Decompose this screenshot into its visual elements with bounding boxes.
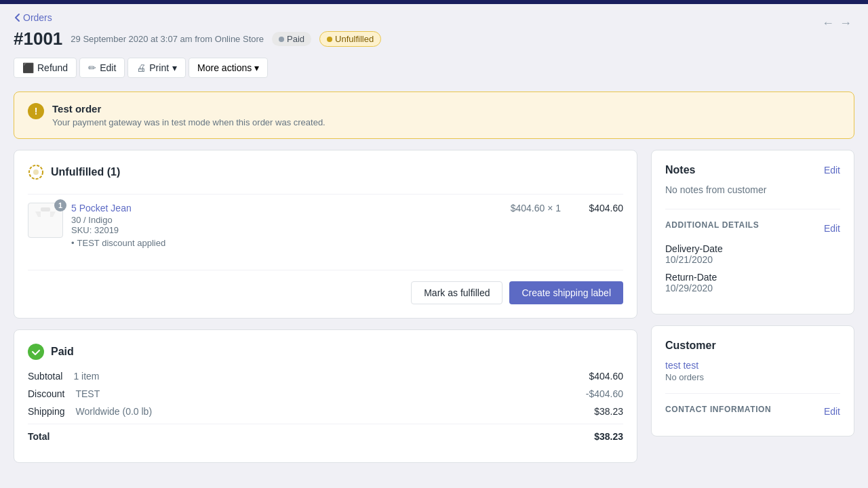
refund-button[interactable]: ⬛ Refund xyxy=(14,58,77,78)
paid-badge: Paid xyxy=(272,32,311,46)
svg-point-1 xyxy=(33,169,39,175)
discount-text: TEST discount applied xyxy=(77,238,166,248)
notes-header: Notes Edit xyxy=(665,164,840,176)
unfulfilled-card: Unfulfilled (1) 1 5 Pocket Jean 30 / Ind… xyxy=(14,150,637,319)
nav-arrows: ← → xyxy=(822,16,852,30)
prev-arrow[interactable]: ← xyxy=(822,16,834,30)
product-discount: • TEST discount applied xyxy=(71,238,471,248)
paid-title: Paid xyxy=(51,346,74,358)
detail-key: Delivery-Date xyxy=(665,243,840,254)
unfulfilled-badge: Unfulfilled xyxy=(319,31,381,47)
customer-title: Customer xyxy=(665,340,716,352)
summary-label: Shipping xyxy=(28,406,65,417)
content-layout: Unfulfilled (1) 1 5 Pocket Jean 30 / Ind… xyxy=(14,150,854,463)
svg-marker-3 xyxy=(35,211,56,233)
detail-value: 10/21/2020 xyxy=(665,254,840,265)
summary-value: $38.23 xyxy=(594,406,623,417)
product-sku: SKU: 32019 xyxy=(71,225,471,235)
checkmark-icon xyxy=(31,347,41,357)
product-row: 1 5 Pocket Jean 30 / Indigo SKU: 32019 • xyxy=(28,194,623,256)
summary-rows: Subtotal 1 item $404.60 Discount TEST -$… xyxy=(28,371,623,442)
print-label: Print xyxy=(149,62,169,73)
alert-banner: ! Test order Your payment gateway was in… xyxy=(14,92,854,139)
summary-center: Worldwide (0.0 lb) xyxy=(76,406,595,417)
summary-label: Total xyxy=(28,431,50,442)
paid-card: Paid Subtotal 1 item $404.60 Discount TE… xyxy=(14,329,637,463)
left-column: Unfulfilled (1) 1 5 Pocket Jean 30 / Ind… xyxy=(14,150,637,463)
print-chevron-icon: ▾ xyxy=(172,62,177,73)
notes-empty: No notes from customer xyxy=(665,184,840,195)
alert-description: Your payment gateway was in test mode wh… xyxy=(52,117,326,127)
unfulfilled-header: Unfulfilled (1) xyxy=(28,164,623,180)
summary-center: TEST xyxy=(75,388,585,399)
edit-label: Edit xyxy=(100,62,116,73)
svg-rect-2 xyxy=(41,207,50,211)
detail-row: Delivery-Date 10/21/2020 xyxy=(665,243,840,265)
detail-row: Return-Date 10/29/2020 xyxy=(665,272,840,293)
contact-section: CONTACT INFORMATION Edit xyxy=(665,393,840,418)
summary-row: Discount TEST -$404.60 xyxy=(28,388,623,399)
contact-label: CONTACT INFORMATION xyxy=(665,405,771,414)
edit-icon: ✏ xyxy=(88,62,96,73)
edit-button[interactable]: ✏ Edit xyxy=(79,58,125,78)
create-shipping-label-button[interactable]: Create shipping label xyxy=(509,281,623,304)
summary-row: Total $38.23 xyxy=(28,424,623,442)
additional-fields: Delivery-Date 10/21/2020 Return-Date 10/… xyxy=(665,243,840,293)
detail-key: Return-Date xyxy=(665,272,840,283)
back-nav[interactable]: Orders xyxy=(14,4,854,28)
summary-label: Discount xyxy=(28,388,64,399)
customer-orders: No orders xyxy=(665,372,840,382)
page-header: #1001 29 September 2020 at 3:07 am from … xyxy=(14,28,854,49)
action-buttons: Mark as fulfilled Create shipping label xyxy=(28,270,623,304)
product-details: 5 Pocket Jean 30 / Indigo SKU: 32019 • T… xyxy=(71,203,471,248)
more-actions-button[interactable]: More actions ▾ xyxy=(189,58,268,78)
summary-center xyxy=(60,431,594,442)
additional-edit-button[interactable]: Edit xyxy=(824,223,840,234)
customer-card: Customer test test No orders CONTACT INF… xyxy=(651,325,854,436)
refund-label: Refund xyxy=(37,62,68,73)
mark-fulfilled-button[interactable]: Mark as fulfilled xyxy=(411,281,502,304)
contact-edit-button[interactable]: Edit xyxy=(824,406,840,417)
additional-details-section: ADDITIONAL DETAILS Edit Delivery-Date 10… xyxy=(665,209,840,293)
print-icon: 🖨 xyxy=(136,62,146,73)
summary-value: $38.23 xyxy=(594,431,623,442)
back-label: Orders xyxy=(23,12,52,23)
paid-header: Paid xyxy=(28,344,623,360)
alert-icon: ! xyxy=(28,103,44,119)
product-qty-badge: 1 xyxy=(54,199,66,211)
product-image: 1 xyxy=(28,203,63,238)
summary-row: Subtotal 1 item $404.60 xyxy=(28,371,623,382)
additional-label: ADDITIONAL DETAILS xyxy=(665,220,759,230)
product-total: $404.60 xyxy=(569,203,623,214)
product-price: $404.60 × 1 xyxy=(479,203,561,214)
paid-icon xyxy=(28,344,44,360)
product-name[interactable]: 5 Pocket Jean xyxy=(71,203,471,214)
detail-value: 10/29/2020 xyxy=(665,283,840,293)
toolbar: ⬛ Refund ✏ Edit 🖨 Print ▾ More actions ▾ xyxy=(14,58,854,78)
summary-value: -$404.60 xyxy=(586,388,623,399)
unfulfilled-title: Unfulfilled (1) xyxy=(51,166,120,178)
summary-value: $404.60 xyxy=(589,371,623,382)
alert-title: Test order xyxy=(52,103,326,115)
summary-center: 1 item xyxy=(73,371,589,382)
order-meta: 29 September 2020 at 3:07 am from Online… xyxy=(71,34,264,44)
product-variant: 30 / Indigo xyxy=(71,215,471,225)
right-column: Notes Edit No notes from customer ADDITI… xyxy=(651,150,854,463)
summary-row: Shipping Worldwide (0.0 lb) $38.23 xyxy=(28,406,623,417)
refund-icon: ⬛ xyxy=(22,62,34,73)
more-actions-chevron-icon: ▾ xyxy=(254,62,259,73)
order-number: #1001 xyxy=(14,28,62,49)
notes-edit-button[interactable]: Edit xyxy=(824,165,840,176)
product-thumbnail xyxy=(35,207,56,233)
more-actions-label: More actions xyxy=(197,62,252,73)
summary-label: Subtotal xyxy=(28,371,62,382)
customer-header: Customer xyxy=(665,340,840,352)
unfulfilled-icon xyxy=(28,164,44,180)
next-arrow[interactable]: → xyxy=(840,16,852,30)
customer-name-link[interactable]: test test xyxy=(665,360,840,371)
print-button[interactable]: 🖨 Print ▾ xyxy=(127,58,186,78)
notes-card: Notes Edit No notes from customer ADDITI… xyxy=(651,150,854,314)
notes-title: Notes xyxy=(665,164,695,176)
